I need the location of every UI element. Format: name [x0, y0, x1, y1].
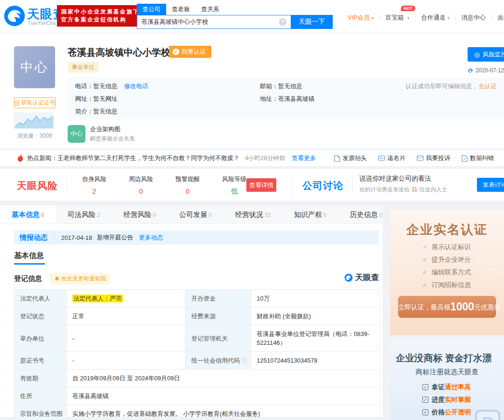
monitor-icon: ◎ — [474, 51, 480, 58]
cert-benefit-list: 展示认证标识 提升企业评分 编辑联系方式 订阅招标信息 — [422, 241, 471, 291]
tab-operation-status[interactable]: 经营状况32 — [224, 205, 282, 224]
table-row: 登记状态 正常 经费来源 财政补助 (全额拨款) — [14, 308, 379, 325]
divider — [352, 177, 353, 192]
trademark-ad-panel[interactable]: 企业没商标 资金打水漂 商标注册就选天眼查 ✓拿证通过率高 ✓进度实时掌握 ✓价… — [390, 341, 504, 420]
tab-basic-info[interactable]: 基本信息8 — [0, 205, 56, 224]
company-avatar: 中心 — [14, 46, 55, 88]
search-clear-icon[interactable]: × — [279, 18, 287, 26]
hot-news-text: 热点新闻：王老师教师节第二天打死学生，学生为何不自救？同学为何不救援？ 4小时2… — [27, 150, 316, 166]
company-type-tag: 事业单位 — [68, 62, 98, 73]
tab-company-development[interactable]: 公司发展0 — [168, 205, 224, 224]
edit-hint: 认证成功后即可编辑信息， — [406, 83, 478, 90]
risk-stat-self[interactable]: 自身风险 2 — [71, 175, 118, 195]
certificate-icon — [15, 100, 20, 106]
email-value: 邮箱：暂无信息 — [260, 80, 302, 92]
update-date[interactable]: ⟳ 2020-07-12更新 — [468, 67, 504, 75]
send-card-action[interactable]: 递名片 — [378, 154, 406, 162]
watermark-icon — [344, 273, 353, 282]
mail-icon — [417, 155, 424, 161]
row-value: 10万 — [251, 290, 379, 308]
search-tab-relation[interactable]: 查关系 — [196, 4, 225, 15]
flame-icon — [17, 154, 23, 162]
intel-event[interactable]: 新增开庭公告 — [97, 233, 133, 242]
nav-divider — [455, 15, 456, 21]
bell-icon — [55, 276, 59, 282]
table-row: 住所 苍溪县高坡镇 — [14, 387, 379, 405]
badge-line1: 国家中小企业发展基金旗下 — [61, 8, 140, 16]
risk-detail-button[interactable]: 查看详情 — [246, 178, 276, 192]
news-more-link[interactable]: 查看更多 — [292, 154, 316, 161]
table-row: 法定代表人 法定代表人：严亮 开办资金 10万 — [14, 290, 379, 308]
data-correction-action[interactable]: 数据纠错 — [462, 154, 494, 162]
nav-vip-member[interactable]: VIP会员 — [348, 14, 374, 22]
table-row: 举办单位 - 登记管理机关 苍溪县事业单位登记管理局（电话：0839-52211… — [14, 325, 379, 352]
intel-logo: 情报动态 — [20, 233, 48, 242]
tab-history-info[interactable]: 历史信息0 — [338, 205, 394, 224]
nav-cooperation[interactable]: 合作通道 — [421, 14, 450, 22]
row-label: 经费来源 — [186, 308, 251, 325]
risk-monitor-button[interactable]: ◎ 风险监控 — [468, 47, 504, 62]
refresh-icon: ⟳ — [468, 67, 473, 74]
intel-more-link[interactable]: 更多动态 — [139, 233, 163, 242]
get-certificate-button[interactable]: 获取认证证书 — [14, 98, 56, 108]
certify-now-button[interactable]: 立即认证，最高领1000元优惠券 — [398, 296, 496, 318]
nav-username[interactable]: 吉格斯 — [497, 14, 504, 22]
hot-news-bar: 热点新闻：王老师教师节第二天打死学生，学生为何不自救？同学为何不救援？ 4小时2… — [0, 150, 504, 166]
row-value: 125107244513034578 — [251, 352, 379, 370]
nav-divider — [379, 15, 380, 21]
checkbox-icon: ✓ — [422, 409, 428, 415]
row-label: 法定代表人 — [14, 290, 67, 308]
news-prefix: 热点新闻： — [27, 154, 57, 161]
row-label: 有效期 — [14, 370, 67, 387]
invoice-icon — [334, 155, 340, 162]
row-label: 统一社会信用代码? — [186, 352, 251, 370]
nav-divider — [415, 15, 416, 21]
complaint-action[interactable]: 我要投诉 — [417, 154, 450, 162]
change-notify-tag[interactable]: 发生变更时通知我 — [50, 273, 110, 285]
legal-rep-highlight[interactable]: 法定代表人：严亮 — [72, 294, 123, 302]
publish-discussion-button[interactable]: 发表讨论 — [477, 178, 504, 192]
risk-stat-warning[interactable]: 预警提醒 0 — [164, 175, 211, 195]
tab-intellectual-property[interactable]: 知识产权0 — [282, 205, 338, 224]
search-input[interactable] — [137, 15, 291, 29]
realname-cert-ad-panel[interactable]: 企业实名认证 展示认证标识 提升企业评分 编辑联系方式 订阅招标信息 立即认证，… — [390, 210, 504, 335]
address-value: 地址：苍溪县高坡镇 — [260, 92, 315, 105]
trademark-benefit-item: ✓进度实时掌握 — [422, 393, 471, 406]
edit-phone-link[interactable]: 修改电话 — [124, 83, 148, 90]
invoice-header-action[interactable]: 发票抬头 — [334, 154, 367, 162]
discussion-subtitle: 你的讨论将会发送给11位业内人士 — [359, 186, 447, 194]
intel-date: 2017-04-18 — [61, 234, 92, 241]
news-title[interactable]: 王老师教师节第二天打死学生，学生为何不自救？同学为何不救援？ — [57, 154, 239, 161]
search-button[interactable]: 天眼一下 — [291, 15, 333, 29]
risk-stat-around[interactable]: 周边风险 0 — [118, 175, 164, 195]
help-icon[interactable]: ? — [241, 357, 247, 364]
checkbox-icon: ✓ — [422, 384, 428, 390]
row-value: 实施小学学历教育，促进基础教育发展。 小学学历教育(相关社会服务) — [67, 405, 379, 420]
go-certify-link[interactable]: 去认证 — [478, 83, 497, 90]
tab-operation-risk[interactable]: 经营风险0 — [112, 205, 168, 224]
company-action-links: 发票抬头 递名片 我要投诉 数据纠错 ☆ 关注 — [334, 150, 504, 166]
table-row: 宗旨和业务范围 实施小学学历教育，促进基础教育发展。 小学学历教育(相关社会服务… — [14, 405, 379, 420]
company-info-box: 电话：暂无信息 修改电话 邮箱：暂无信息 认证成功后即可编辑信息，去认证 网址：… — [68, 77, 504, 119]
hot-badge: HOT — [401, 6, 415, 11]
tab-judicial-risk[interactable]: 司法风险2 — [56, 205, 112, 224]
nav-message-center[interactable]: 消息中心 — [462, 14, 486, 22]
table-row: 原证书号 - 统一社会信用代码? 125107244513034578 — [14, 352, 379, 370]
divider — [292, 174, 292, 196]
certify-button[interactable]: ✓ 我要认证 — [169, 46, 211, 58]
company-header-card: 中心 苍溪县高坡镇中心小学校 ✓ 我要认证 事业单位 ◎ 风险监控 ⟳ 2020… — [0, 33, 504, 148]
basic-info-heading: 基本信息 — [14, 251, 44, 261]
trademark-benefit-item: ✓价格公开透明 — [422, 406, 471, 419]
row-value: 自 2019年09月09日 至 2024年09月09日 — [67, 370, 379, 387]
tianyancha-watermark: 天眼查 — [327, 272, 379, 283]
registration-table: 法定代表人 法定代表人：严亮 开办资金 10万 登记状态 正常 经费来源 财政补… — [14, 289, 379, 420]
top-header: 天眼查 TianYanCha.com 国家中小企业发展基金旗下 官方备案企业征信… — [0, 0, 504, 33]
views-count: 浏览量：3009 — [14, 132, 55, 140]
search-tab-boss[interactable]: 查老板 — [166, 4, 196, 15]
search-tab-company[interactable]: 查公司 — [137, 4, 166, 15]
row-value: - — [67, 325, 186, 352]
org-chart-entry[interactable]: 中心 企业架构图 瞬息掌握企业关系 — [68, 125, 135, 143]
cert-benefit-item: 提升企业评分 — [422, 253, 471, 266]
search-type-tabs: 查公司 查老板 查关系 — [137, 4, 225, 15]
nav-toolbox[interactable]: 百宝箱 HOT — [385, 14, 410, 22]
